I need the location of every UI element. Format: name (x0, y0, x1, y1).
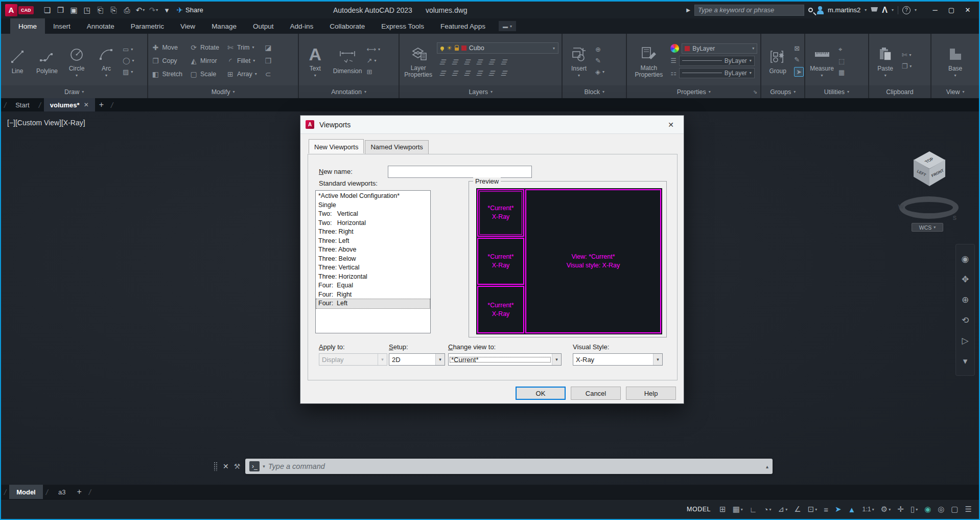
layer-tool-icon[interactable]: ☰ (487, 70, 497, 77)
ribbon-tab-add-ins[interactable]: Add-ins (282, 18, 321, 34)
command-input-bar[interactable]: ›_ ▾ ▴ (245, 459, 773, 474)
lineweight-selector[interactable]: ByLayer ▾ (679, 56, 755, 66)
steering-wheel-icon[interactable]: ◉ (962, 254, 969, 264)
viewport-list-item[interactable]: Three: Below (316, 255, 430, 264)
save-icon[interactable]: ▣ (68, 4, 80, 16)
tab-named-viewports[interactable]: Named Viewports (365, 140, 428, 154)
viewport-list-item[interactable]: Three: Above (316, 245, 430, 255)
command-line-close-icon[interactable]: ✕ (223, 462, 229, 470)
trim-button[interactable]: ✄Trim▾ (226, 43, 257, 52)
quick-properties-icon[interactable]: ▯▾ (911, 505, 918, 514)
ribbon-tab-home[interactable]: Home (10, 18, 45, 34)
mirror-button[interactable]: ◭Mirror (190, 57, 219, 65)
layer-tool-icon[interactable]: ☰ (438, 58, 448, 66)
layout-tab-model[interactable]: Model (9, 485, 43, 499)
hatch-button[interactable]: ▨▾ (123, 68, 134, 76)
setup-select[interactable]: 2D ▾ (389, 353, 445, 366)
viewport-list-item[interactable]: Four: Right (316, 290, 430, 300)
save-to-web-mobile-icon[interactable]: ⎗ (95, 4, 106, 16)
isometric-drafting-caret-icon[interactable]: ▾ (785, 507, 787, 512)
ribbon-tab-annotate[interactable]: Annotate (79, 18, 123, 34)
lineweight-icon[interactable]: ☰ (670, 57, 676, 64)
store-cart-icon[interactable] (871, 7, 878, 12)
explode-button[interactable]: ❒ (264, 57, 272, 65)
group-selection-toggle[interactable]: ➤ (794, 67, 804, 77)
object-snap-icon[interactable]: ⊡▾ (808, 505, 818, 514)
viewport-list-item[interactable]: Three: Right (316, 228, 430, 237)
viewport-list-item[interactable]: *Active Model Configuration* (316, 192, 430, 201)
arc-caret-icon[interactable]: ▾ (105, 73, 107, 78)
user-avatar-icon[interactable] (817, 10, 824, 14)
pan-icon[interactable]: ✥ (962, 274, 969, 285)
base-button[interactable]: Base ▾ (942, 43, 969, 79)
workspace-switching-icon[interactable]: ⚙▾ (881, 505, 891, 514)
viewcube-south-label[interactable]: S (953, 215, 956, 221)
polar-tracking-caret-icon[interactable]: ▾ (769, 507, 772, 512)
autodesk-menu-caret-icon[interactable]: ▾ (892, 8, 894, 12)
line-button[interactable]: Line (4, 46, 31, 76)
layer-tool-icon[interactable]: ☰ (500, 70, 509, 77)
viewcube-west-label[interactable]: W (898, 204, 903, 210)
clean-screen-icon[interactable]: ▢ (951, 505, 958, 514)
ungroup-button[interactable]: ⊠ (794, 44, 804, 52)
username[interactable]: m.martins2 (828, 6, 860, 14)
object-snap-caret-icon[interactable]: ▾ (815, 507, 817, 512)
ribbon-tab-output[interactable]: Output (245, 18, 282, 34)
lineweight-display-icon[interactable]: ≡ (824, 505, 828, 514)
viewport-list-item[interactable]: Two: Vertical (316, 210, 430, 219)
minimize-button[interactable]: ─ (928, 4, 942, 17)
ellipse-button[interactable]: ◯▾ (123, 57, 134, 64)
ok-button[interactable]: OK (516, 387, 566, 400)
panel-label-modify[interactable]: Modify▾ (148, 85, 297, 98)
help-button[interactable]: Help (626, 387, 676, 400)
cut-button[interactable]: ✄▾ (902, 51, 912, 59)
new-layout-button[interactable]: + (73, 485, 85, 499)
undo-icon[interactable]: ↶▾ (135, 4, 146, 16)
viewport-list-item[interactable]: Three: Horizontal (316, 273, 430, 282)
fillet-button[interactable]: ◜Fillet▾ (226, 57, 257, 65)
panel-label-layers[interactable]: Layers▾ (400, 85, 562, 98)
layer-tool-icon[interactable]: ☰ (500, 58, 509, 66)
redo-caret-icon[interactable]: ▾ (156, 8, 158, 12)
linetype-selector[interactable]: ByLayer ▾ (679, 68, 755, 78)
autodesk-logo-icon[interactable]: Λ (882, 6, 888, 15)
define-attributes-button[interactable]: ◈▾ (595, 68, 604, 76)
command-history-caret-icon[interactable]: ▴ (766, 464, 768, 469)
new-drawing-tab-button[interactable]: + (95, 98, 108, 111)
viewport-list-item[interactable]: Two: Horizontal (316, 219, 430, 228)
new-name-field[interactable] (388, 166, 532, 178)
color-wheel-icon[interactable] (670, 44, 679, 53)
zoom-icon[interactable]: ⊕ (962, 295, 969, 305)
isolate-objects-icon[interactable]: ◎ (938, 505, 944, 514)
match-properties-button[interactable]: Match Properties (630, 42, 667, 79)
panel-label-view[interactable]: View▾ (931, 85, 979, 98)
undo-caret-icon[interactable]: ▾ (143, 8, 145, 12)
layer-tool-icon[interactable]: ☰ (451, 70, 460, 77)
layout-tab-a3[interactable]: a3 (51, 485, 73, 499)
ribbon-tab-manage[interactable]: Manage (203, 18, 245, 34)
paste-button[interactable]: Paste ▾ (872, 43, 899, 79)
annotation-scale-caret-icon[interactable]: ▾ (872, 507, 874, 512)
erase-button[interactable]: ◪ (264, 43, 272, 52)
grid-display-icon[interactable]: ⊞ (719, 505, 726, 514)
new-name-input[interactable] (388, 166, 531, 177)
layer-tool-icon[interactable]: ☰ (475, 58, 484, 66)
ribbon-tab-featured-apps[interactable]: Featured Apps (432, 18, 494, 34)
file-tab-start[interactable]: Start (9, 98, 35, 111)
object-snap-tracking-icon[interactable]: ∠ (794, 505, 801, 514)
workspace-switching-caret-icon[interactable]: ▾ (889, 507, 891, 512)
annotation-monitor-icon[interactable]: ✛ (897, 505, 904, 514)
showmotion-icon[interactable]: ▷ (962, 335, 968, 346)
rectangle-button[interactable]: ▭▾ (123, 46, 134, 53)
arc-button[interactable]: Arc ▾ (93, 43, 120, 79)
layer-tool-icon[interactable]: ☰ (438, 70, 448, 77)
leader-button[interactable]: ↗▾ (366, 57, 380, 64)
layer-tool-icon[interactable]: ☰ (487, 58, 497, 66)
ribbon-tab-view[interactable]: View (172, 18, 203, 34)
maximize-button[interactable]: ▢ (944, 4, 959, 17)
new-file-icon[interactable]: ❏ (42, 4, 53, 16)
properties-launcher-icon[interactable]: ⇘ (753, 89, 757, 95)
panel-label-block[interactable]: Block▾ (563, 85, 626, 98)
command-line-grip[interactable] (214, 462, 218, 471)
open-file-icon[interactable]: ❒ (55, 4, 66, 16)
